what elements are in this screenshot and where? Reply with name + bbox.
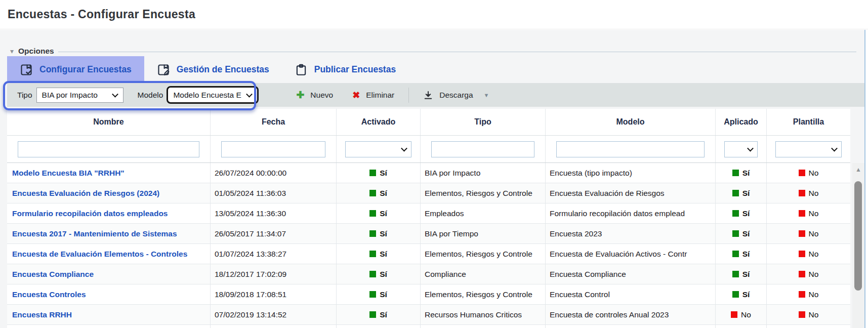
cell-activado: Sí	[337, 284, 421, 304]
cell-nombre: Encuesta de Evaluación Elementos - Contr…	[7, 244, 211, 264]
plantilla-value: No	[809, 189, 819, 198]
bookmark-edit-icon	[157, 63, 170, 76]
filter-select-activado[interactable]	[345, 141, 411, 157]
cell-modelo: Formulario recopilación datos emplead	[546, 203, 716, 223]
survey-link[interactable]: Encuesta RRHH	[12, 310, 72, 319]
collapse-triangle-icon[interactable]: ▾	[10, 47, 14, 55]
descarga-button[interactable]: Descarga ▼	[423, 90, 489, 100]
column-header-aplicado[interactable]: Aplicado	[716, 109, 767, 135]
cell-aplicado: Sí	[716, 183, 767, 203]
cell-plantilla: No	[767, 305, 850, 324]
cell-fecha: 26/07/2024 00:00:00	[211, 163, 337, 183]
filter-select-aplicado[interactable]	[724, 141, 758, 157]
activado-value: Sí	[380, 229, 387, 238]
filter-input-nombre[interactable]	[18, 141, 199, 157]
cell-fecha: 01/07/2024 13:38:27	[211, 244, 337, 264]
status-square-icon	[732, 230, 739, 237]
bookmark-check-icon	[20, 63, 33, 76]
cell-tipo: Compliance	[421, 264, 546, 284]
status-square-icon	[369, 230, 376, 237]
tipo-value: Compliance	[425, 270, 466, 279]
cell-plantilla: No	[767, 264, 850, 284]
activado-value: Sí	[380, 310, 387, 319]
status-square-icon	[799, 251, 805, 257]
descarga-button-label: Descarga	[439, 91, 473, 100]
status-square-icon	[732, 190, 739, 196]
toolbar-separator	[408, 88, 409, 103]
column-header-tipo[interactable]: Tipo	[421, 109, 546, 135]
cell-aplicado: Sí	[716, 264, 767, 284]
column-header-modelo[interactable]: Modelo	[546, 109, 716, 135]
tipo-value: BIA por Impacto	[425, 169, 480, 178]
table-header-row: Nombre Fecha Activado Tipo Modelo Aplica…	[7, 109, 850, 136]
survey-link[interactable]: Formulario recopilación datos empleados	[12, 209, 168, 218]
filter-input-modelo[interactable]	[556, 141, 705, 157]
column-header-plantilla[interactable]: Plantilla	[767, 109, 850, 135]
scrollbar-thumb[interactable]	[854, 181, 862, 291]
filter-input-fecha[interactable]	[221, 141, 325, 157]
column-header-activado[interactable]: Activado	[337, 109, 421, 135]
options-label: Opciones	[18, 47, 54, 56]
activado-value: Sí	[380, 169, 387, 178]
modelo-value: Encuesta de controles Anual 2023	[550, 310, 669, 319]
survey-link[interactable]: Modelo Encuesta BIA "RRHH"	[12, 169, 125, 178]
survey-link[interactable]: Encuesta 2017 - Mantenimiento de Sistema…	[12, 229, 177, 238]
tab-label: Configurar Encuestas	[39, 64, 132, 75]
modelo-value: Encuesta Compliance	[550, 270, 626, 279]
status-square-icon	[799, 271, 805, 277]
tipo-value: Recursos Humanos Criticos	[425, 310, 522, 319]
cell-activado: Sí	[337, 224, 421, 243]
status-square-icon	[369, 271, 376, 277]
column-header-fecha[interactable]: Fecha	[211, 109, 337, 135]
filter-input-tipo[interactable]	[431, 141, 534, 157]
activado-value: Sí	[380, 189, 387, 198]
tipo-select[interactable]: BIA por Impacto	[36, 88, 123, 103]
cell-modelo: Encuesta Control	[546, 284, 716, 304]
table-body: Modelo Encuesta BIA "RRHH" 26/07/2024 00…	[7, 163, 850, 328]
activado-value: Sí	[380, 209, 387, 218]
title-band: Encuestas - Configurar Encuesta	[0, 0, 868, 29]
scrollbar-up-arrow-icon[interactable]: ▲	[852, 166, 864, 173]
vertical-scrollbar[interactable]: ▲	[852, 163, 864, 328]
aplicado-value: Sí	[742, 169, 750, 178]
nuevo-button[interactable]: ✚ Nuevo	[296, 89, 333, 101]
table-row: Encuesta 2017 - Mantenimiento de Sistema…	[7, 224, 850, 244]
cell-activado: Sí	[337, 244, 421, 264]
aplicado-value: Sí	[742, 189, 750, 198]
tab-gestion-de-encuestas[interactable]: Gestión de Encuestas	[144, 56, 282, 83]
survey-link[interactable]: Encuesta Compliance	[12, 270, 94, 279]
fecha-value: 18/12/2017 17:02:09	[215, 270, 286, 279]
survey-link[interactable]: Encuesta Evaluación de Riesgos (2024)	[12, 189, 159, 198]
fecha-value: 07/02/2019 13:14:52	[215, 310, 286, 319]
cell-aplicado: No	[716, 305, 767, 324]
filter-select-plantilla[interactable]	[775, 141, 842, 157]
cell-nombre: Modelo Encuesta BIA "RRHH"	[7, 163, 211, 183]
aplicado-value: Sí	[742, 229, 750, 238]
cell-tipo: BIA por Tiempo	[421, 224, 546, 243]
cell-fecha: 07/02/2019 13:14:52	[211, 305, 337, 324]
survey-link[interactable]: Encuesta de Evaluación Elementos - Contr…	[12, 250, 187, 259]
table-filter-row	[7, 136, 850, 163]
column-header-nombre[interactable]: Nombre	[7, 109, 211, 135]
survey-link[interactable]: Encuesta Controles	[12, 290, 86, 299]
eliminar-button-label: Eliminar	[366, 91, 394, 100]
modelo-value: Encuesta de Evaluación Activos - Contr	[550, 250, 687, 259]
modelo-select[interactable]: Modelo Encuesta E	[167, 86, 259, 104]
status-square-icon	[369, 311, 376, 318]
chevron-down-icon	[401, 145, 407, 151]
tab-configurar-encuestas[interactable]: Configurar Encuestas	[7, 56, 144, 83]
status-square-icon	[732, 170, 739, 176]
cell-activado: Sí	[337, 203, 421, 223]
modelo-value: Encuesta Evaluación de Riesgos	[550, 189, 665, 198]
legend-divider	[58, 52, 856, 52]
eliminar-button[interactable]: ✖ Eliminar	[352, 90, 394, 101]
tab-publicar-encuestas[interactable]: Publicar Encuestas	[282, 56, 408, 83]
cell-fecha: 26/05/2017 11:34:07	[211, 224, 337, 243]
status-square-icon	[731, 311, 737, 318]
plantilla-value: No	[809, 229, 819, 238]
status-square-icon	[799, 190, 805, 196]
fecha-value: 26/07/2024 00:00:00	[215, 169, 286, 178]
cell-plantilla: No	[767, 163, 850, 183]
cell-activado: Sí	[337, 183, 421, 203]
cell-nombre: Encuesta Compliance	[7, 264, 211, 284]
